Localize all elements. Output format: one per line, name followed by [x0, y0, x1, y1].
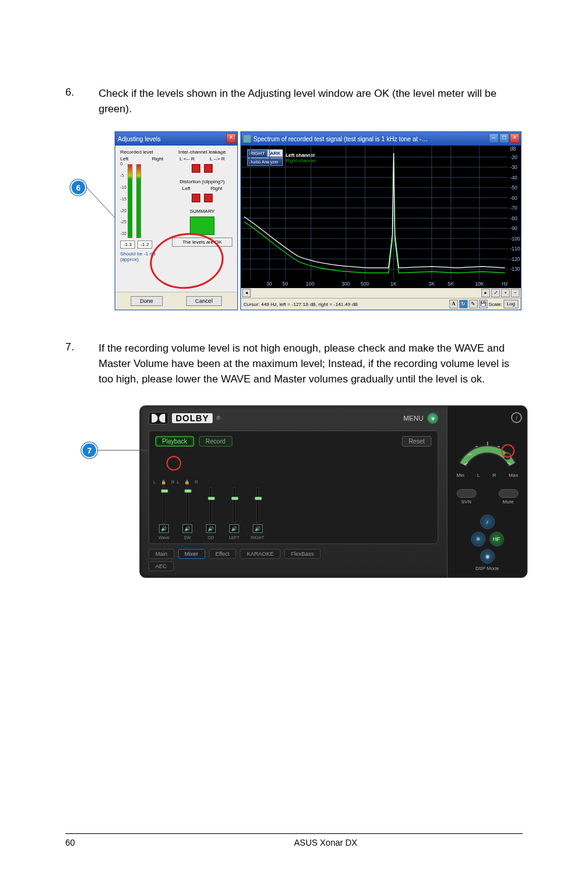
footer-product: ASUS Xonar DX: [294, 838, 523, 848]
volume-gauge[interactable]: [457, 431, 518, 468]
scale-tick: -15: [120, 197, 126, 201]
step-7: 7. If the recording volume level is not …: [65, 341, 523, 387]
ch-l: L: [177, 480, 179, 485]
mute-right[interactable]: 🔊: [253, 524, 263, 533]
value-left: -1.3: [120, 241, 135, 249]
spectrum-plot-area: RIGHT ARK Audio Analyzer Left channel Ri…: [241, 146, 521, 288]
tool-refresh-icon[interactable]: ↻: [459, 300, 468, 308]
dsp-mode-label: DSP Mode: [475, 566, 499, 571]
figure-adjusting-levels: 6 Adjusting levels × Recorded level: [115, 131, 521, 316]
svg-text:30: 30: [266, 281, 272, 287]
dist-left: Left: [182, 186, 190, 191]
spectrum-window: Spectrum of recorded test signal (test s…: [240, 131, 521, 310]
should-be-label: Should be -1 dB: [120, 251, 163, 257]
slider-wave[interactable]: [163, 487, 165, 523]
page-number: 60: [65, 838, 294, 848]
svg-text:500: 500: [361, 281, 369, 287]
done-button[interactable]: Done: [131, 296, 163, 306]
spectrum-status-bar: Cursor: 449 Hz, left = -127.18 dB, right…: [241, 298, 521, 310]
gauge-r: R: [492, 472, 496, 478]
mute-cd[interactable]: 🔊: [206, 524, 216, 533]
slider-right[interactable]: [256, 487, 259, 523]
tab-playback[interactable]: Playback: [155, 436, 194, 447]
svg-text:dB: dB: [510, 147, 517, 152]
value-right: -1.2: [137, 241, 152, 249]
dsp-icon-hf[interactable]: HF: [489, 532, 504, 547]
scale-tick: -10: [120, 185, 126, 189]
adjusting-title: Adjusting levels: [118, 136, 160, 142]
cancel-button[interactable]: Cancel: [186, 296, 222, 306]
dolby-brand-text: DOLBY: [172, 413, 213, 423]
tab-record[interactable]: Record: [199, 436, 232, 447]
reset-button[interactable]: Reset: [402, 436, 431, 447]
level-meter-right: [136, 164, 141, 238]
svn-label: SVN: [457, 499, 476, 505]
dolby-d-right-icon: [159, 414, 165, 423]
svn-toggle[interactable]: [457, 489, 476, 498]
tab-karaoke[interactable]: KARAOKE: [240, 549, 280, 559]
label-wave: Wave: [158, 535, 169, 540]
annotation-red-circle-gauge: [501, 444, 515, 458]
slider-sw[interactable]: [186, 487, 189, 523]
menu-button[interactable]: MENU ▾: [404, 413, 438, 424]
save-icon[interactable]: 💾: [479, 300, 488, 308]
callout-7: 7: [81, 442, 97, 458]
svg-text:-30: -30: [510, 165, 517, 170]
tab-flexbass[interactable]: FlexBass: [284, 549, 321, 559]
channel-sw: L🔒R 🔊 SW: [179, 480, 196, 540]
channel-wave: L🔒R 🔊 Wave: [155, 480, 173, 540]
channel-right: 🔊 RIGHT: [249, 486, 266, 540]
ch-l: L: [153, 480, 156, 485]
lock-icon: 🔒: [184, 480, 190, 485]
slider-left[interactable]: [233, 487, 235, 523]
tab-mixer[interactable]: Mixer: [178, 549, 205, 559]
scale-tick: -20: [120, 208, 126, 213]
tool-brush-icon[interactable]: ✎: [469, 300, 478, 308]
dolby-d-left-icon: [152, 414, 158, 423]
ch-r: R: [195, 480, 198, 485]
tab-aec[interactable]: AEC: [149, 561, 174, 571]
svg-text:-40: -40: [510, 175, 517, 181]
menu-label: MENU: [404, 415, 423, 422]
dsp-icon-2[interactable]: ❄: [471, 532, 486, 547]
svg-text:-80: -80: [510, 216, 517, 221]
tab-effect[interactable]: Effect: [209, 549, 237, 559]
label-sw: SW: [184, 535, 190, 540]
spectrum-chart: 30 50 100 300 500 1K 3K 5K 10K Hz dB -20…: [241, 146, 521, 292]
svg-text:-70: -70: [510, 205, 517, 211]
summary-indicator: [190, 217, 214, 235]
tab-main[interactable]: Main: [149, 549, 174, 559]
bottom-tabs: Main Mixer Effect KARAOKE FlexBass: [149, 549, 438, 559]
mixer-inner-panel: Playback Record Reset L🔒R 🔊 Wave: [149, 431, 438, 544]
callout-6: 6: [70, 179, 86, 196]
mute-toggle[interactable]: [499, 489, 518, 498]
page-footer: 60 ASUS Xonar DX: [65, 833, 523, 848]
gauge-l: L: [477, 472, 480, 478]
svg-text:-20: -20: [510, 155, 517, 160]
tool-a-icon[interactable]: A: [449, 300, 458, 308]
maximize-icon[interactable]: □: [499, 133, 509, 143]
mute-left[interactable]: 🔊: [229, 524, 239, 533]
level-meter-left: [128, 164, 133, 238]
recorded-level-label: Recorded level: [120, 149, 163, 155]
step-6: 6. Check if the levels shown in the Adju…: [65, 86, 523, 117]
close-icon[interactable]: ×: [226, 133, 236, 143]
dist-right: Right: [211, 186, 223, 191]
dsp-icon-4[interactable]: ◉: [480, 549, 495, 564]
svg-text:-130: -130: [510, 267, 520, 273]
summary-label: SUMMARY: [172, 208, 232, 214]
mute-sw[interactable]: 🔊: [182, 524, 192, 533]
minimize-icon[interactable]: –: [489, 133, 499, 143]
info-icon[interactable]: i: [511, 412, 522, 423]
meter-scale: 0 -5 -10 -15 -20 -25 -30: [120, 162, 126, 236]
scale-select[interactable]: Log: [504, 300, 518, 308]
slider-cd[interactable]: [210, 487, 212, 523]
svg-text:Hz: Hz: [502, 281, 508, 287]
label-cd: CD: [208, 535, 214, 540]
svg-text:3K: 3K: [428, 281, 435, 287]
svg-text:5K: 5K: [447, 281, 454, 287]
close-icon[interactable]: ×: [510, 133, 520, 143]
mute-wave[interactable]: 🔊: [159, 524, 169, 533]
levels-ok-label: The levels are OK: [172, 237, 232, 247]
dsp-icon-1[interactable]: ♪: [480, 514, 495, 529]
